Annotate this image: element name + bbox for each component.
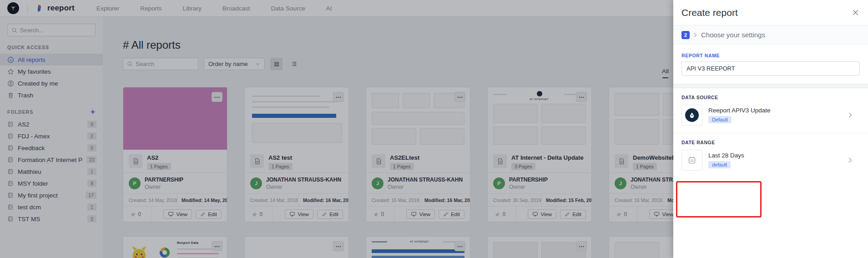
step-label: Choose your settings [701, 31, 765, 39]
section-divider [673, 84, 868, 88]
calendar-icon [687, 156, 696, 165]
close-icon[interactable] [852, 9, 859, 16]
date-range-label: DATE RANGE [681, 140, 860, 145]
date-range-section: DATE RANGE Last 28 Days default [673, 133, 868, 178]
chevron-right-icon [693, 32, 697, 38]
modal-dim-overlay[interactable] [0, 0, 673, 258]
chevron-right-icon [848, 157, 853, 164]
report-name-input[interactable] [681, 61, 860, 76]
create-report-drawer: Create report 2 Choose your settings REP… [673, 0, 868, 258]
wizard-step: 2 Choose your settings [673, 25, 868, 45]
report-name-label: REPORT NAME [681, 53, 860, 58]
data-source-label: DATA SOURCE [681, 95, 860, 100]
data-source-name: Reeport APIV3 Update [708, 107, 771, 114]
default-badge: default [708, 161, 731, 168]
default-badge: Default [708, 116, 732, 123]
data-source-section: DATA SOURCE Reeport APIV3 Update Default [673, 88, 868, 133]
drawer-title: Create report [681, 7, 738, 18]
data-source-logo-icon [685, 108, 699, 122]
chevron-right-icon [848, 111, 853, 119]
date-range-row[interactable]: Last 28 Days default [681, 150, 860, 171]
red-highlight-annotation [676, 181, 762, 218]
date-range-value: Last 28 Days [708, 152, 744, 159]
step-number-badge: 2 [681, 31, 690, 39]
data-source-row[interactable]: Reeport APIV3 Update Default [681, 105, 860, 126]
